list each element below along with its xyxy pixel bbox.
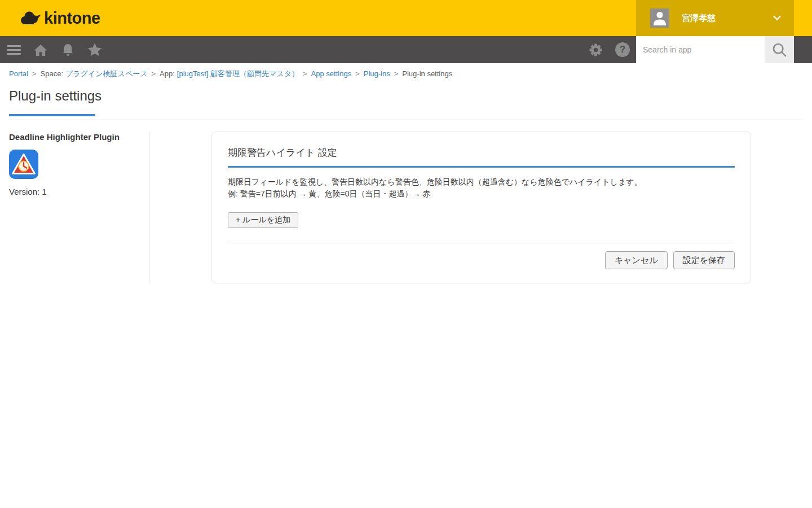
add-rule-button[interactable]: + ルールを追加 bbox=[228, 212, 298, 228]
panel-description-line2: 例: 警告=7日前以内 → 黄、危険=0日（当日・超過）→ 赤 bbox=[228, 189, 430, 198]
page-title-divider bbox=[9, 120, 803, 120]
nav-bar: ? bbox=[0, 36, 812, 63]
breadcrumb-separator: > bbox=[32, 69, 37, 78]
plugin-settings-panel: 期限警告ハイライト 設定 期限日フィールドを監視し、警告日数以内なら警告色、危険… bbox=[211, 132, 751, 283]
help-icon: ? bbox=[615, 42, 630, 57]
panel-title: 期限警告ハイライト 設定 bbox=[228, 146, 735, 168]
breadcrumb-separator: > bbox=[394, 69, 399, 78]
search-button[interactable] bbox=[765, 36, 794, 63]
star-icon bbox=[87, 43, 102, 57]
plugin-version: Version: 1 bbox=[9, 187, 140, 196]
search-icon bbox=[772, 42, 787, 58]
search-input[interactable] bbox=[636, 36, 765, 63]
deadline-plugin-icon bbox=[9, 150, 38, 179]
settings-button[interactable] bbox=[582, 36, 609, 63]
panel-description-line1: 期限日フィールドを監視し、警告日数以内なら警告色、危険日数以内（超過含む）なら危… bbox=[228, 177, 642, 186]
user-menu[interactable]: 宮澤孝慈 bbox=[636, 0, 794, 36]
notifications-button[interactable] bbox=[54, 36, 81, 63]
breadcrumb-app-prefix: App: bbox=[160, 69, 175, 78]
page-title: Plug-in settings bbox=[9, 87, 812, 104]
panel-footer: キャンセル 設定を保存 bbox=[228, 251, 735, 269]
breadcrumb-separator: > bbox=[303, 69, 307, 78]
user-name: 宮澤孝慈 bbox=[682, 13, 716, 24]
home-icon bbox=[33, 43, 48, 56]
kintone-logo-text: kintone bbox=[44, 9, 100, 28]
breadcrumb-link-app-settings[interactable]: App settings bbox=[311, 69, 352, 78]
breadcrumb-link-app[interactable]: [plugTest] 顧客管理（顧問先マスタ） bbox=[177, 69, 299, 78]
panel-footer-divider bbox=[228, 243, 735, 243]
breadcrumb-separator: > bbox=[355, 69, 360, 78]
gear-icon bbox=[588, 42, 603, 58]
breadcrumb-space-prefix: Space: bbox=[41, 69, 63, 78]
breadcrumb-current: Plug-in settings bbox=[402, 69, 452, 78]
breadcrumb-separator: > bbox=[151, 69, 156, 78]
kintone-cloud-icon bbox=[19, 10, 42, 27]
favorites-button[interactable] bbox=[81, 36, 108, 63]
hamburger-icon bbox=[7, 45, 21, 55]
breadcrumb-link-plugins[interactable]: Plug-ins bbox=[364, 69, 390, 78]
save-settings-button[interactable]: 設定を保存 bbox=[673, 251, 735, 269]
content: Deadline Highlighter Plugin Version: 1 期… bbox=[0, 132, 812, 283]
panel-description: 期限日フィールドを監視し、警告日数以内なら警告色、危険日数以内（超過含む）なら危… bbox=[228, 176, 735, 200]
main-area: 期限警告ハイライト 設定 期限日フィールドを監視し、警告日数以内なら警告色、危険… bbox=[149, 132, 812, 283]
kintone-logo[interactable]: kintone bbox=[19, 0, 100, 36]
plugin-name: Deadline Highlighter Plugin bbox=[9, 132, 140, 142]
hamburger-menu-button[interactable] bbox=[0, 36, 27, 63]
user-avatar bbox=[650, 8, 669, 28]
cancel-button[interactable]: キャンセル bbox=[605, 251, 668, 269]
chevron-down-icon bbox=[773, 15, 782, 21]
page-title-accent-bar bbox=[9, 114, 95, 116]
bell-icon bbox=[61, 43, 74, 57]
help-button[interactable]: ? bbox=[609, 36, 636, 63]
top-header: kintone 宮澤孝慈 bbox=[0, 0, 812, 36]
breadcrumb-link-portal[interactable]: Portal bbox=[9, 69, 28, 78]
breadcrumb: Portal>Space:プラグイン検証スペース>App:[plugTest] … bbox=[0, 63, 812, 79]
plugin-sidebar: Deadline Highlighter Plugin Version: 1 bbox=[0, 132, 149, 283]
home-button[interactable] bbox=[27, 36, 54, 63]
breadcrumb-link-space[interactable]: プラグイン検証スペース bbox=[65, 69, 147, 78]
